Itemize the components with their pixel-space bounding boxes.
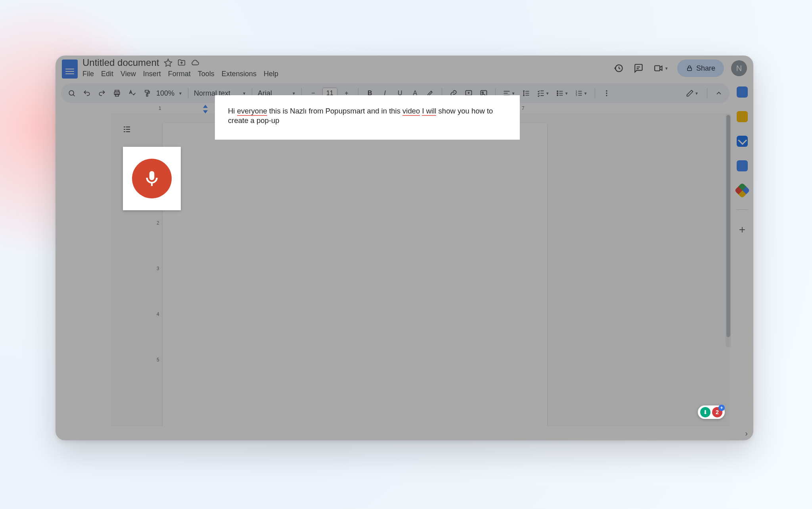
document-title[interactable]: Untitled document [82,57,159,68]
checklist-icon[interactable]: ▼ [535,87,551,99]
svg-text:3: 3 [576,94,577,96]
badge-green-icon[interactable]: ⬇ [700,407,710,417]
separator [707,88,707,98]
menu-help[interactable]: Help [264,70,278,78]
bullet-list-icon[interactable]: ▼ [554,87,570,99]
contacts-icon[interactable] [737,160,748,171]
numbered-list-icon[interactable]: 123▼ [573,87,589,99]
share-label: Share [696,64,715,73]
left-indent-marker[interactable] [203,110,208,113]
separator [736,209,748,210]
collapse-icon[interactable] [713,87,725,99]
meet-icon[interactable]: ▼ [652,62,670,75]
comments-icon[interactable] [632,62,645,75]
cloud-status-icon[interactable] [191,58,199,67]
print-icon[interactable] [111,87,123,99]
menu-format[interactable]: Format [168,70,191,78]
svg-point-12 [557,93,558,94]
history-icon[interactable] [612,62,625,75]
separator [595,88,595,98]
svg-rect-2 [688,68,692,71]
outline-toggle-icon[interactable] [122,125,132,134]
menu-bar: File Edit View Insert Format Tools Exten… [82,70,278,78]
maps-icon[interactable] [734,182,750,198]
first-line-indent-marker[interactable] [203,105,208,108]
svg-point-11 [557,91,558,92]
paint-format-icon[interactable] [141,87,153,99]
menu-edit[interactable]: Edit [101,70,113,78]
add-addon-icon[interactable]: + [739,223,745,236]
chevron-down-icon: ▼ [178,91,182,96]
voice-typing-popup[interactable] [123,147,181,210]
redo-icon[interactable] [96,87,108,99]
menu-insert[interactable]: Insert [143,70,161,78]
spellcheck-icon[interactable] [126,87,138,99]
svg-point-17 [606,90,607,92]
editing-mode-icon[interactable]: ▼ [683,87,701,99]
scrollbar-thumb[interactable] [726,115,730,337]
hide-side-panel-icon[interactable]: › [745,429,748,438]
svg-point-19 [606,95,607,96]
svg-point-3 [69,90,74,95]
keep-icon[interactable] [737,111,748,122]
share-button[interactable]: Share [677,60,724,77]
search-icon[interactable] [66,87,78,99]
explore-badges[interactable]: ⬇ 2 [698,405,725,419]
chevron-down-icon: ▼ [242,91,246,96]
menu-extensions[interactable]: Extensions [222,70,257,78]
scrollbar[interactable] [726,113,731,348]
svg-point-10 [482,92,483,93]
side-panel: + [731,83,753,426]
header-right: ▼ Share N [612,60,747,77]
document-text[interactable]: Hi everyone this is Nazlı from Popupsmar… [215,95,520,140]
menu-tools[interactable]: Tools [198,70,214,78]
chevron-down-icon: ▼ [665,66,668,71]
document-canvas: 1 2 3 4 5 [111,113,730,426]
docs-logo-icon[interactable] [62,60,78,79]
more-icon[interactable] [601,87,613,99]
svg-rect-1 [655,66,660,71]
account-avatar[interactable]: N [731,60,747,76]
separator [188,88,188,98]
document-page[interactable] [163,123,547,426]
app-window: Untitled document File Edit View Insert … [56,56,753,440]
tasks-icon[interactable] [737,136,748,147]
move-folder-icon[interactable] [177,58,186,67]
line-spacing-icon[interactable] [520,87,532,99]
microphone-icon[interactable] [132,159,172,198]
calendar-icon[interactable] [737,86,748,98]
menu-view[interactable]: View [121,70,136,78]
undo-icon[interactable] [81,87,93,99]
badge-count[interactable]: 2 [712,407,722,417]
header: Untitled document File Edit View Insert … [56,56,753,81]
chevron-down-icon: ▼ [292,91,296,96]
menu-file[interactable]: File [82,70,94,78]
zoom-select[interactable]: 100%▼ [156,89,182,98]
svg-point-13 [557,95,558,96]
svg-point-18 [606,92,607,94]
title-row: Untitled document [82,57,199,68]
star-icon[interactable] [164,58,172,67]
svg-rect-7 [146,94,147,96]
